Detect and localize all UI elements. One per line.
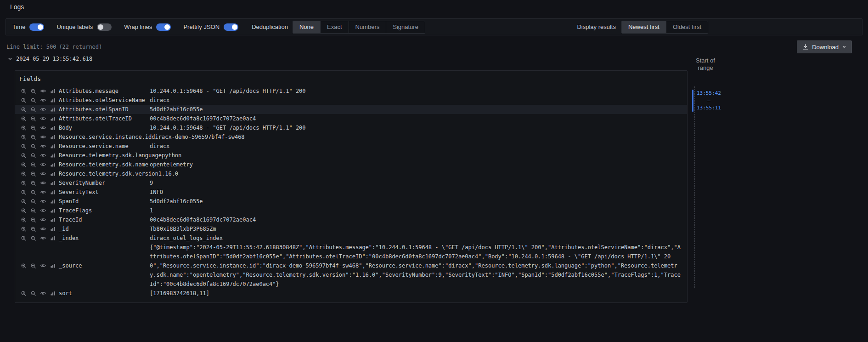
toggle-visibility-button[interactable] <box>38 133 48 141</box>
filter-for-value-button[interactable] <box>19 124 28 132</box>
toggle-visibility-button[interactable] <box>38 197 48 205</box>
filter-for-value-button[interactable] <box>19 197 28 205</box>
filter-for-value-button[interactable] <box>19 234 28 242</box>
filter-for-value-button[interactable] <box>19 96 28 104</box>
show-statistics-button[interactable] <box>48 124 57 132</box>
show-statistics-button[interactable] <box>48 105 57 114</box>
show-statistics-button[interactable] <box>48 225 57 233</box>
bar-chart-icon <box>50 208 56 213</box>
filter-out-value-button[interactable] <box>28 160 38 169</box>
filter-for-value-button[interactable] <box>19 133 28 141</box>
filter-for-value-button[interactable] <box>19 206 28 215</box>
show-statistics-button[interactable] <box>48 197 57 205</box>
filter-out-value-button[interactable] <box>28 197 38 205</box>
toggle-visibility-button[interactable] <box>38 151 48 160</box>
bar-chart-icon <box>50 97 56 103</box>
show-statistics-button[interactable] <box>48 87 57 95</box>
toggle-visibility-button[interactable] <box>38 170 48 178</box>
filter-out-value-button[interactable] <box>28 133 38 141</box>
filter-out-value-button[interactable] <box>28 151 38 160</box>
display-option-0[interactable]: Newest first <box>622 21 666 33</box>
show-statistics-button[interactable] <box>48 142 57 150</box>
filter-out-value-button[interactable] <box>28 179 38 187</box>
magnifier-plus-icon <box>21 153 27 159</box>
filter-out-value-button[interactable] <box>28 234 38 242</box>
toggle-visibility-button[interactable] <box>38 179 48 187</box>
show-statistics-button[interactable] <box>48 133 57 141</box>
toggle-visibility-button[interactable] <box>38 225 48 233</box>
filter-for-value-button[interactable] <box>19 160 28 169</box>
toggle-visibility-button[interactable] <box>38 114 48 123</box>
filter-for-value-button[interactable] <box>19 216 28 224</box>
field-row-7: Resource.telemetry.sdk.language python <box>15 151 687 160</box>
dedup-option-0[interactable]: None <box>293 21 320 33</box>
toggle-visibility-button[interactable] <box>38 105 48 114</box>
show-statistics-button[interactable] <box>48 262 57 270</box>
toggle-visibility-button[interactable] <box>38 262 48 270</box>
range-times: 13:55:42 — 13:55:11 <box>697 90 721 112</box>
filter-for-value-button[interactable] <box>19 262 28 270</box>
toggle-visibility-button[interactable] <box>38 289 48 297</box>
dedup-option-3[interactable]: Signature <box>386 21 425 33</box>
toggle-switch-3[interactable] <box>224 23 238 31</box>
filter-out-value-button[interactable] <box>28 206 38 215</box>
filter-for-value-button[interactable] <box>19 188 28 196</box>
show-statistics-button[interactable] <box>48 234 57 242</box>
filter-out-value-button[interactable] <box>28 124 38 132</box>
show-statistics-button[interactable] <box>48 151 57 160</box>
filter-out-value-button[interactable] <box>28 262 38 270</box>
filter-for-value-button[interactable] <box>19 114 28 123</box>
toggle-switch-0[interactable] <box>29 23 44 31</box>
toggle-visibility-button[interactable] <box>38 206 48 215</box>
toggle-visibility-button[interactable] <box>38 216 48 224</box>
filter-for-value-button[interactable] <box>19 179 28 187</box>
toggle-visibility-button[interactable] <box>38 87 48 95</box>
download-button[interactable]: Download <box>797 40 852 53</box>
dedup-option-2[interactable]: Numbers <box>349 21 386 33</box>
show-statistics-button[interactable] <box>48 289 57 297</box>
show-statistics-button[interactable] <box>48 206 57 215</box>
toggle-visibility-button[interactable] <box>38 96 48 104</box>
field-row-0: Attributes.message 10.244.0.1:59648 - "G… <box>15 86 687 96</box>
filter-for-value-button[interactable] <box>19 289 28 297</box>
filter-out-value-button[interactable] <box>28 105 38 114</box>
filter-out-value-button[interactable] <box>28 225 38 233</box>
toggle-visibility-button[interactable] <box>38 188 48 196</box>
show-statistics-button[interactable] <box>48 96 57 104</box>
filter-out-value-button[interactable] <box>28 188 38 196</box>
field-row-12: SpanId 5d0df2abf16c055e <box>15 197 687 206</box>
field-row-9: Resource.telemetry.sdk.version 1.16.0 <box>15 169 687 178</box>
show-statistics-button[interactable] <box>48 188 57 196</box>
filter-out-value-button[interactable] <box>28 216 38 224</box>
toggle-visibility-button[interactable] <box>38 142 48 150</box>
toggle-switch-1[interactable] <box>97 23 112 31</box>
filter-out-value-button[interactable] <box>28 170 38 178</box>
show-statistics-button[interactable] <box>48 114 57 123</box>
toggle-visibility-button[interactable] <box>38 124 48 132</box>
filter-for-value-button[interactable] <box>19 87 28 95</box>
toggle-visibility-button[interactable] <box>38 234 48 242</box>
show-statistics-button[interactable] <box>48 160 57 169</box>
show-statistics-button[interactable] <box>48 170 57 178</box>
filter-out-value-button[interactable] <box>28 142 38 150</box>
row-actions <box>19 87 59 95</box>
filter-for-value-button[interactable] <box>19 170 28 178</box>
field-row-8: Resource.telemetry.sdk.name opentelemetr… <box>15 160 687 169</box>
toggle-switch-2[interactable] <box>156 23 171 31</box>
display-option-1[interactable]: Oldest first <box>666 21 708 33</box>
log-row-header[interactable]: 2024-05-29 13:55:42.618 <box>7 56 92 62</box>
filter-out-value-button[interactable] <box>28 87 38 95</box>
toggle-visibility-button[interactable] <box>38 160 48 169</box>
show-statistics-button[interactable] <box>48 179 57 187</box>
filter-for-value-button[interactable] <box>19 151 28 160</box>
filter-for-value-button[interactable] <box>19 142 28 150</box>
toggle-knob <box>38 24 43 30</box>
filter-for-value-button[interactable] <box>19 225 28 233</box>
filter-out-value-button[interactable] <box>28 96 38 104</box>
bar-chart-icon <box>50 180 56 186</box>
filter-out-value-button[interactable] <box>28 114 38 123</box>
show-statistics-button[interactable] <box>48 216 57 224</box>
dedup-option-1[interactable]: Exact <box>320 21 349 33</box>
filter-out-value-button[interactable] <box>28 289 38 297</box>
filter-for-value-button[interactable] <box>19 105 28 114</box>
